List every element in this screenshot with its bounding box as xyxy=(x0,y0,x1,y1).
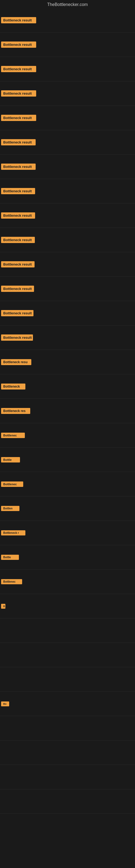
bottleneck-badge[interactable]: Bottleneck result xyxy=(1,17,36,23)
bottleneck-badge[interactable]: Bottleneck result xyxy=(1,261,35,268)
list-item: Bottleneck result xyxy=(0,155,135,179)
bottleneck-badge[interactable]: Bottle xyxy=(1,555,19,560)
list-item: Bottleneck result xyxy=(0,33,135,57)
bottleneck-badge[interactable]: Bottleneck result xyxy=(1,310,34,316)
bottleneck-badge[interactable]: Bottleneck res xyxy=(1,408,30,414)
bottleneck-badge[interactable]: Bottleneck xyxy=(1,383,26,390)
list-item xyxy=(0,643,135,667)
list-item: Bottleneck result xyxy=(0,252,135,277)
list-item: Bottlenec xyxy=(0,472,135,496)
list-item: Bottleneck result xyxy=(0,57,135,82)
list-item: Bottleneck result xyxy=(0,277,135,301)
bottleneck-list: Bottleneck resultBottleneck resultBottle… xyxy=(0,8,135,814)
list-item: Bottleneck xyxy=(0,374,135,399)
list-item: Bottleneck result xyxy=(0,106,135,130)
bottleneck-badge[interactable]: Bottleneck result xyxy=(1,335,33,341)
list-item: Bottle xyxy=(0,447,135,472)
list-item: Bottleneck res xyxy=(0,399,135,423)
list-item: Bottleneck result xyxy=(0,228,135,252)
bottleneck-badge[interactable]: Bottleneck result xyxy=(1,286,34,292)
list-item: Bottleneck result xyxy=(0,301,135,326)
bottleneck-badge[interactable]: Bottlenec xyxy=(1,433,25,438)
bottleneck-badge[interactable]: Bottleneck result xyxy=(1,41,36,48)
bottleneck-badge[interactable]: Bottleneck resu xyxy=(1,359,31,365)
bottleneck-badge[interactable]: Bottleneck result xyxy=(1,66,36,72)
site-title: TheBottlenecker.com xyxy=(0,0,135,8)
list-item xyxy=(0,618,135,643)
bottleneck-badge[interactable]: Bottleneck result xyxy=(1,90,36,97)
list-item: Bottleneck result xyxy=(0,82,135,106)
bottleneck-badge[interactable]: Bottleneck result xyxy=(1,115,36,121)
list-item: Bo xyxy=(0,692,135,716)
bottleneck-badge[interactable]: Bottle xyxy=(1,457,20,463)
bottleneck-badge[interactable]: Bottlenec xyxy=(1,579,22,584)
bottleneck-badge[interactable]: Bottleneck result xyxy=(1,163,36,170)
list-item: Bottleneck result xyxy=(0,130,135,155)
bottleneck-badge[interactable]: Bottleneck result xyxy=(1,188,35,194)
bottleneck-badge[interactable]: B xyxy=(1,604,5,609)
list-item: Bottleneck result xyxy=(0,204,135,228)
bottleneck-badge[interactable]: Bottlen xyxy=(1,506,19,511)
list-item: Bottleneck result xyxy=(0,179,135,204)
list-item: Bottleneck resu xyxy=(0,350,135,374)
list-item xyxy=(0,765,135,789)
list-item: Bottleneck result xyxy=(0,8,135,33)
list-item: Bottlen xyxy=(0,496,135,521)
list-item: Bottle xyxy=(0,545,135,569)
bottleneck-badge[interactable]: Bottleneck r xyxy=(1,530,26,535)
list-item xyxy=(0,716,135,741)
list-item: Bottlenec xyxy=(0,569,135,594)
list-item xyxy=(0,741,135,765)
bottleneck-badge[interactable]: Bottlenec xyxy=(1,482,23,487)
list-item xyxy=(0,789,135,814)
list-item xyxy=(0,667,135,692)
bottleneck-badge[interactable]: Bottleneck result xyxy=(1,237,35,243)
list-item: B xyxy=(0,594,135,618)
list-item: Bottlenec xyxy=(0,423,135,447)
bottleneck-badge[interactable]: Bo xyxy=(1,702,9,706)
list-item: Bottleneck r xyxy=(0,521,135,545)
bottleneck-badge[interactable]: Bottleneck result xyxy=(1,139,36,145)
list-item: Bottleneck result xyxy=(0,326,135,350)
bottleneck-badge[interactable]: Bottleneck result xyxy=(1,212,35,219)
